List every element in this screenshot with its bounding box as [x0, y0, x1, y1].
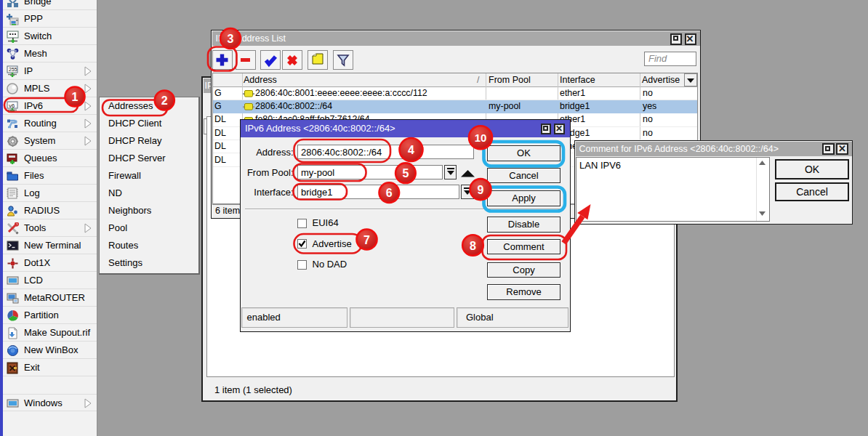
- svg-text:v6: v6: [9, 102, 15, 109]
- svg-text:255: 255: [9, 67, 17, 72]
